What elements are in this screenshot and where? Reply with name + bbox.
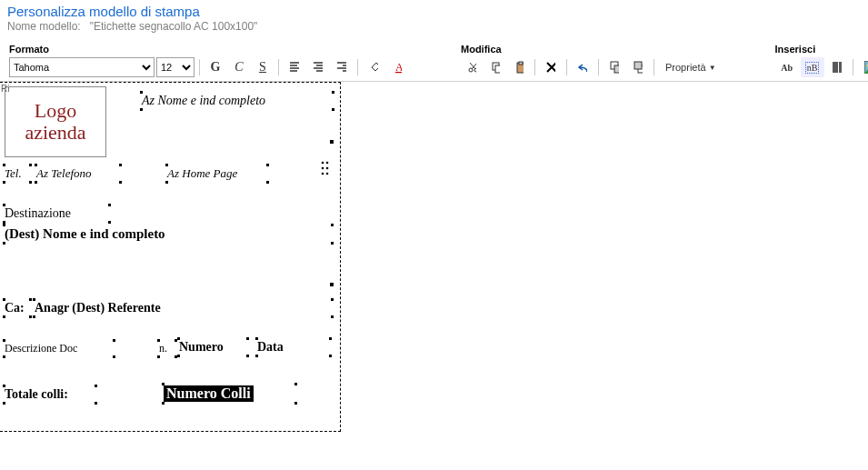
bucket-icon bbox=[369, 61, 378, 74]
field-homepage[interactable]: Az Home Page bbox=[167, 166, 267, 181]
align-right-icon bbox=[337, 62, 346, 73]
font-family-select[interactable]: Tahoma bbox=[9, 57, 155, 77]
field-dots[interactable] bbox=[321, 161, 330, 179]
field-dest-label[interactable]: Destinazione bbox=[5, 206, 109, 221]
field-number[interactable]: Numero bbox=[179, 340, 247, 355]
font-color-button[interactable]: A bbox=[386, 57, 408, 77]
page-title: Personalizza modello di stampa bbox=[7, 4, 861, 19]
insert-field-button[interactable]: nB bbox=[801, 57, 824, 77]
separator bbox=[653, 59, 654, 75]
insert-barcode-button[interactable] bbox=[826, 57, 848, 77]
field-tel-label[interactable]: Tel. bbox=[5, 166, 30, 181]
separator bbox=[357, 59, 358, 75]
page-subtitle: Nome modello: "Etichette segnacollo AC 1… bbox=[7, 20, 861, 33]
delete-button[interactable] bbox=[540, 57, 562, 77]
separator bbox=[534, 59, 535, 75]
undo-icon bbox=[578, 62, 587, 73]
field-total-value[interactable]: Numero Colli bbox=[164, 385, 295, 402]
field-total-label[interactable]: Totale colli: bbox=[5, 387, 95, 402]
undo-button[interactable] bbox=[572, 57, 594, 77]
field-dest-name[interactable]: (Dest) Nome e ind completo bbox=[5, 226, 332, 242]
align-left-icon bbox=[290, 62, 299, 73]
paste-icon bbox=[514, 61, 524, 74]
header: Personalizza modello di stampa Nome mode… bbox=[0, 0, 868, 40]
toolbar: Formato Tahoma 12 G C S bbox=[0, 40, 868, 82]
align-right-button[interactable] bbox=[331, 57, 353, 77]
align-left-button[interactable] bbox=[284, 57, 305, 77]
separator bbox=[566, 59, 567, 75]
align-center-button[interactable] bbox=[307, 57, 329, 77]
copy-button[interactable] bbox=[484, 57, 506, 77]
image-icon bbox=[864, 61, 868, 74]
field-tel-value[interactable]: Az Telefono bbox=[36, 166, 120, 181]
field-company-name[interactable]: Az Nome e ind completo bbox=[142, 94, 333, 108]
cut-button[interactable] bbox=[461, 57, 483, 77]
separator bbox=[278, 59, 279, 75]
resize-handle[interactable] bbox=[330, 140, 334, 144]
field-logo[interactable]: Logo azienda bbox=[5, 86, 106, 157]
svg-point-24 bbox=[322, 167, 324, 170]
bring-front-icon bbox=[610, 61, 619, 74]
svg-point-23 bbox=[326, 162, 329, 165]
bring-front-button[interactable] bbox=[604, 57, 625, 77]
model-name-value: "Etichette segnacollo AC 100x100" bbox=[90, 20, 258, 33]
model-name-label: Nome modello: bbox=[7, 20, 81, 33]
properties-button[interactable]: Proprietà ▼ bbox=[659, 57, 723, 77]
separator bbox=[598, 59, 599, 75]
font-color-icon: A bbox=[393, 61, 402, 74]
logo-text: Logo azienda bbox=[5, 100, 105, 144]
send-back-icon bbox=[634, 61, 643, 74]
delete-icon bbox=[546, 62, 555, 73]
chevron-down-icon: ▼ bbox=[709, 64, 716, 72]
toolbar-section-format: Formato Tahoma 12 G C S bbox=[5, 44, 412, 77]
insert-image-button[interactable] bbox=[858, 57, 868, 77]
svg-rect-6 bbox=[519, 62, 523, 65]
send-back-button[interactable] bbox=[627, 57, 649, 77]
separator bbox=[853, 59, 853, 75]
copy-icon bbox=[491, 61, 500, 74]
field-date[interactable]: Data bbox=[257, 340, 330, 355]
scissors-icon bbox=[467, 61, 476, 74]
toolbar-section-edit: Modifica bbox=[457, 44, 726, 77]
bold-button[interactable]: G bbox=[205, 57, 226, 77]
underline-button[interactable]: S bbox=[252, 57, 274, 77]
svg-point-25 bbox=[326, 167, 329, 170]
svg-point-27 bbox=[326, 173, 329, 175]
italic-button[interactable]: C bbox=[228, 57, 250, 77]
resize-handle[interactable] bbox=[330, 283, 334, 286]
drag-dots-icon bbox=[321, 161, 330, 177]
fill-color-button[interactable] bbox=[363, 57, 384, 77]
field-ca-value[interactable]: Anagr (Dest) Referente bbox=[35, 301, 332, 315]
barcode-icon bbox=[833, 61, 842, 74]
field-doc-desc[interactable]: Descrizione Doc bbox=[5, 342, 114, 355]
svg-text:A: A bbox=[395, 61, 402, 74]
svg-point-22 bbox=[322, 162, 324, 165]
field-num-prefix[interactable]: n. bbox=[159, 342, 175, 355]
paste-button[interactable] bbox=[508, 57, 530, 77]
svg-point-26 bbox=[322, 173, 324, 175]
toolbar-section-insert: Inserisci Ab nB Altro ▼ bbox=[772, 44, 868, 77]
format-label: Formato bbox=[9, 44, 408, 55]
label-template: Ri Logo azienda Az Nome e ind completo T… bbox=[0, 82, 341, 432]
insert-text-button[interactable]: Ab bbox=[775, 57, 799, 77]
svg-rect-4 bbox=[495, 65, 500, 73]
align-center-icon bbox=[314, 62, 323, 73]
insert-label: Inserisci bbox=[775, 44, 868, 55]
properties-label: Proprietà bbox=[665, 62, 706, 73]
field-ca-label[interactable]: Ca: bbox=[5, 301, 30, 315]
font-size-select[interactable]: 12 bbox=[156, 57, 195, 77]
edit-label: Modifica bbox=[461, 44, 723, 55]
svg-rect-8 bbox=[614, 65, 619, 73]
svg-rect-10 bbox=[634, 62, 642, 69]
separator bbox=[199, 59, 200, 75]
